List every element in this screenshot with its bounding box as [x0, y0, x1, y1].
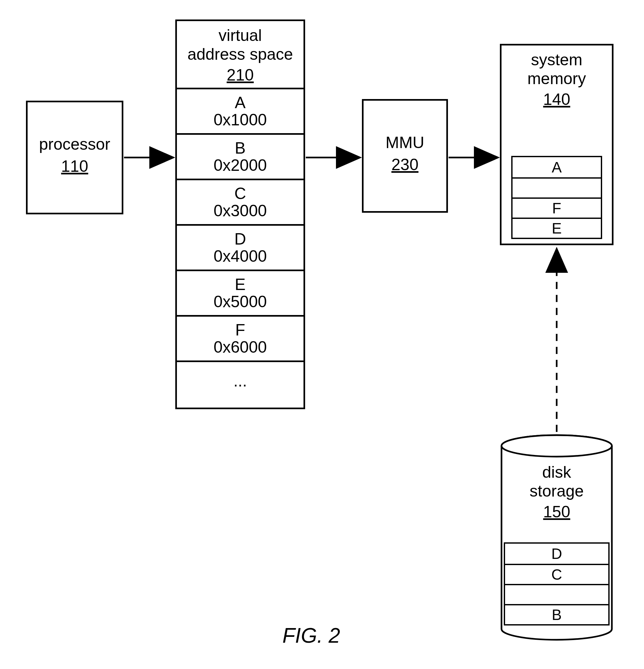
- vas-entry-e: E 0x5000: [177, 270, 304, 315]
- system-memory-box: system memory 140 A F E: [500, 44, 614, 245]
- vas-entry-a-name: A: [235, 94, 245, 111]
- disk-row-2: [505, 584, 608, 604]
- sysmem-row-3: E: [513, 217, 601, 238]
- processor-box: processor 110: [26, 101, 123, 214]
- vas-entry-d: D 0x4000: [177, 224, 304, 270]
- disk-row-1: C: [505, 564, 608, 584]
- vas-entry-c: C 0x3000: [177, 179, 304, 224]
- svg-point-1: [501, 435, 612, 457]
- vas-entry-a: A 0x1000: [177, 88, 304, 133]
- sysmem-title-line2: memory: [505, 69, 609, 88]
- vas-entry-b-addr: 0x2000: [214, 157, 267, 174]
- disk-title-line2: storage: [500, 482, 614, 500]
- vas-title-line1: virtual: [180, 26, 300, 45]
- mmu-box: MMU 230: [362, 99, 448, 213]
- disk-table: D C B: [504, 542, 610, 626]
- sysmem-table: A F E: [511, 156, 602, 239]
- vas-entry-f-addr: 0x6000: [214, 339, 267, 356]
- virtual-address-space-box: virtual address space 210 A 0x1000 B 0x2…: [175, 19, 305, 409]
- vas-entry-c-addr: 0x3000: [214, 202, 267, 219]
- disk-title-line1: disk: [500, 463, 614, 482]
- sysmem-number: 140: [505, 90, 609, 109]
- vas-entry-b: B 0x2000: [177, 133, 304, 179]
- disk-number: 150: [500, 502, 614, 521]
- vas-entry-e-name: E: [235, 276, 245, 293]
- vas-entry-e-addr: 0x5000: [214, 293, 267, 311]
- sysmem-title-line1: system: [505, 50, 609, 69]
- vas-entry-f-name: F: [235, 322, 245, 339]
- vas-entry-d-addr: 0x4000: [214, 248, 267, 265]
- vas-entry-ellipsis: ...: [177, 360, 304, 400]
- processor-title: processor: [28, 135, 122, 154]
- mmu-number: 230: [364, 155, 446, 174]
- vas-entry-c-name: C: [234, 185, 246, 202]
- vas-number: 210: [180, 66, 300, 84]
- disk-row-3: B: [505, 604, 608, 624]
- svg-point-0: [501, 435, 612, 457]
- disk-storage-cylinder: disk storage 150 D C B: [500, 433, 614, 641]
- vas-ellipsis-text: ...: [233, 372, 247, 390]
- vas-title-line2: address space: [180, 45, 300, 63]
- processor-number: 110: [28, 157, 122, 176]
- sysmem-row-2: F: [513, 197, 601, 217]
- sysmem-row-0: A: [513, 157, 601, 177]
- disk-row-0: D: [505, 544, 608, 564]
- sysmem-row-1: [513, 177, 601, 197]
- figure-label: FIG. 2: [282, 624, 340, 647]
- vas-entry-f: F 0x6000: [177, 315, 304, 360]
- vas-entry-a-addr: 0x1000: [214, 111, 267, 129]
- vas-entry-b-name: B: [235, 140, 245, 157]
- vas-entry-d-name: D: [234, 231, 246, 248]
- mmu-title: MMU: [364, 133, 446, 152]
